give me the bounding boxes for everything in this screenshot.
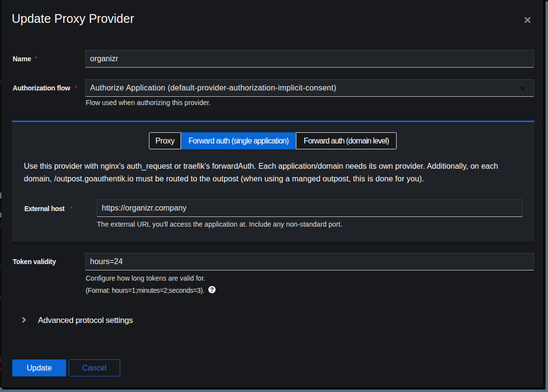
svg-text:?: ? (210, 286, 214, 293)
